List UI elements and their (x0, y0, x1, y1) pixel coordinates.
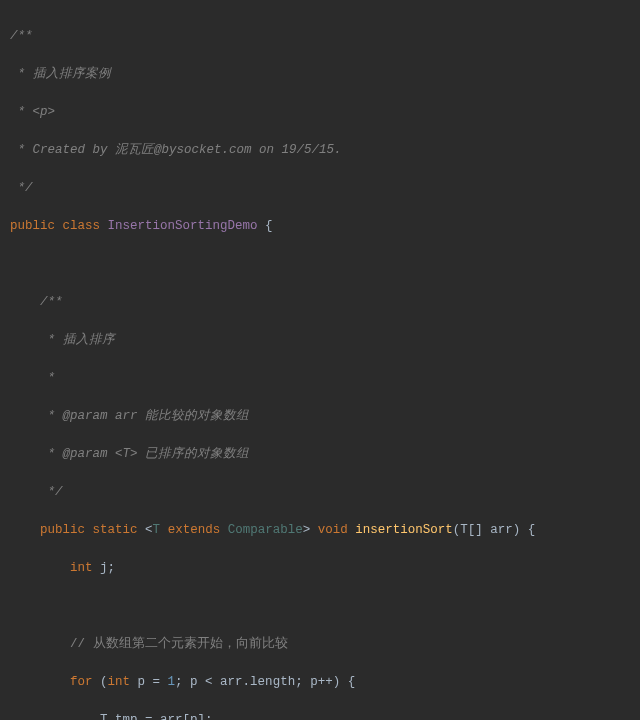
class-name: InsertionSortingDemo (108, 219, 258, 233)
doc-line: * 插入排序案例 (10, 65, 630, 84)
doc-line: */ (10, 179, 630, 198)
kw-public: public (10, 219, 55, 233)
doc-line: * <p> (10, 103, 630, 122)
code-line: T tmp = arr[p]; (10, 711, 630, 720)
doc-line: * 插入排序 (10, 331, 630, 350)
method-name: insertionSort (355, 523, 453, 537)
doc-line: * Created by 泥瓦匠@bysocket.com on 19/5/15… (10, 141, 630, 160)
brace: { (265, 219, 273, 233)
class-decl: public class InsertionSortingDemo { (10, 217, 630, 236)
doc-line: */ (10, 483, 630, 502)
doc-line: * (10, 369, 630, 388)
doc-line: * @param <T> 已排序的对象数组 (10, 445, 630, 464)
code-editor: /** * 插入排序案例 * <p> * Created by 泥瓦匠@byso… (0, 0, 640, 720)
kw-class: class (63, 219, 101, 233)
doc-line: /** (10, 27, 630, 46)
comment: // 从数组第二个元素开始，向前比较 (10, 635, 630, 654)
code-line: int j; (10, 559, 630, 578)
doc-line: * @param arr 能比较的对象数组 (10, 407, 630, 426)
method-decl: public static <T extends Comparable> voi… (10, 521, 630, 540)
for-loop: for (int p = 1; p < arr.length; p++) { (10, 673, 630, 692)
doc-line: /** (10, 293, 630, 312)
